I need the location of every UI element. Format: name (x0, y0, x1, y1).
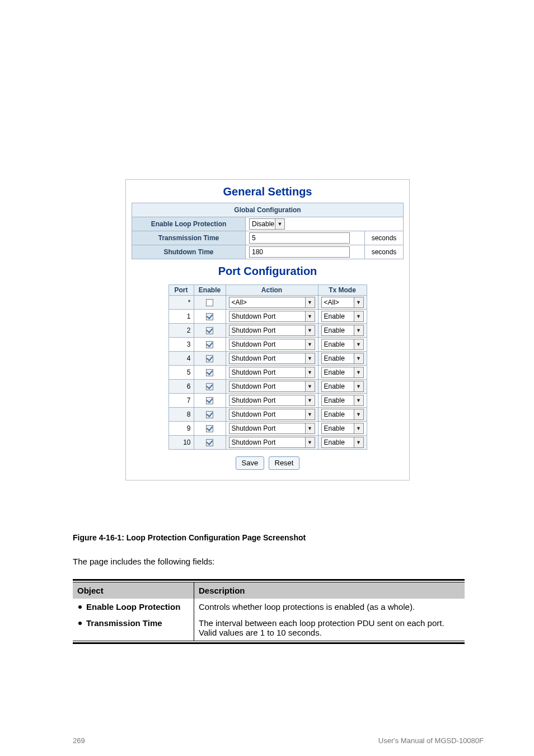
chevron-down-icon: ▼ (354, 325, 363, 335)
chevron-down-icon: ▼ (354, 367, 363, 377)
enable-checkbox[interactable] (206, 327, 213, 334)
port-cell: 8 (168, 408, 194, 422)
table-row: 7Shutdown Port▼Enable▼ (168, 394, 367, 408)
tx-time-unit: seconds (365, 231, 404, 245)
action-select[interactable]: Shutdown Port▼ (229, 353, 315, 364)
table-row: *<All>▼<All>▼ (168, 296, 367, 310)
table-row: 1Shutdown Port▼Enable▼ (168, 310, 367, 324)
chevron-down-icon: ▼ (354, 381, 363, 391)
chevron-down-icon: ▼ (275, 219, 284, 229)
object-description: The interval between each loop protectio… (194, 615, 465, 641)
txmode-select[interactable]: Enable▼ (321, 311, 364, 322)
page-number: 269 (73, 736, 85, 745)
enable-checkbox[interactable] (206, 355, 213, 362)
shutdown-time-label: Shutdown Time (132, 245, 246, 259)
table-row: 6Shutdown Port▼Enable▼ (168, 380, 367, 394)
port-config-title: Port Configuration (126, 265, 409, 278)
enable-checkbox[interactable] (206, 369, 213, 376)
reset-button[interactable]: Reset (269, 456, 300, 470)
enable-checkbox[interactable] (206, 299, 213, 306)
figure-caption: Figure 4-16-1: Loop Protection Configura… (73, 533, 306, 542)
chevron-down-icon: ▼ (354, 353, 363, 363)
bullet-icon (78, 622, 82, 625)
txmode-select[interactable]: <All>▼ (321, 297, 364, 308)
global-config-table: Global Configuration Enable Loop Protect… (132, 203, 404, 259)
port-config-table: Port Enable Action Tx Mode *<All>▼<All>▼… (168, 284, 367, 450)
enable-checkbox[interactable] (206, 425, 213, 432)
save-button[interactable]: Save (236, 456, 265, 470)
port-cell: 7 (168, 394, 194, 408)
txmode-select[interactable]: Enable▼ (321, 381, 364, 392)
desc-head-object: Object (73, 582, 194, 599)
chevron-down-icon: ▼ (305, 423, 315, 433)
action-select[interactable]: Shutdown Port▼ (229, 325, 315, 336)
port-cell: 3 (168, 338, 194, 352)
enable-loop-label: Enable Loop Protection (132, 217, 246, 231)
tx-time-label: Transmission Time (132, 231, 246, 245)
action-select[interactable]: Shutdown Port▼ (229, 395, 315, 406)
chevron-down-icon: ▼ (305, 367, 315, 377)
port-cell: 1 (168, 310, 194, 324)
chevron-down-icon: ▼ (305, 297, 315, 307)
intro-paragraph: The page includes the following fields: (73, 557, 215, 566)
object-name: Enable Loop Protection (86, 602, 180, 612)
button-row: Save Reset (126, 456, 409, 470)
chevron-down-icon: ▼ (305, 409, 315, 419)
txmode-select[interactable]: Enable▼ (321, 325, 364, 336)
enable-checkbox[interactable] (206, 341, 213, 348)
chevron-down-icon: ▼ (354, 395, 363, 405)
shutdown-time-input[interactable]: 180 (249, 246, 350, 258)
figure-number: Figure 4-16-1: (73, 533, 124, 542)
port-cell: 10 (168, 436, 194, 450)
enable-checkbox[interactable] (206, 439, 213, 446)
chevron-down-icon: ▼ (305, 339, 315, 349)
table-row: 5Shutdown Port▼Enable▼ (168, 366, 367, 380)
txmode-select[interactable]: Enable▼ (321, 367, 364, 378)
action-select[interactable]: Shutdown Port▼ (229, 423, 315, 434)
enable-checkbox[interactable] (206, 313, 213, 320)
table-row: 10Shutdown Port▼Enable▼ (168, 436, 367, 450)
tx-time-input[interactable]: 5 (249, 232, 350, 244)
txmode-select[interactable]: Enable▼ (321, 353, 364, 364)
txmode-select[interactable]: Enable▼ (321, 437, 364, 448)
txmode-select[interactable]: Enable▼ (321, 339, 364, 350)
action-select[interactable]: <All>▼ (229, 297, 315, 308)
port-cell: 4 (168, 352, 194, 366)
chevron-down-icon: ▼ (305, 311, 315, 321)
page-footer: 269 User's Manual of MGSD-10080F (0, 736, 534, 745)
txmode-select[interactable]: Enable▼ (321, 423, 364, 434)
txmode-select[interactable]: Enable▼ (321, 395, 364, 406)
figure-text: Loop Protection Configuration Page Scree… (127, 533, 306, 542)
port-cell: 5 (168, 366, 194, 380)
port-cell: * (168, 296, 194, 310)
chevron-down-icon: ▼ (305, 325, 315, 335)
chevron-down-icon: ▼ (354, 437, 363, 447)
enable-loop-select[interactable]: Disable ▼ (249, 218, 285, 230)
desc-head-description: Description (194, 582, 465, 599)
txmode-select[interactable]: Enable▼ (321, 409, 364, 420)
table-row: 8Shutdown Port▼Enable▼ (168, 408, 367, 422)
chevron-down-icon: ▼ (354, 297, 363, 307)
object-description: Controls whether loop protections is ena… (194, 599, 465, 615)
manual-title: User's Manual of MGSD-10080F (378, 736, 484, 745)
bullet-icon (78, 605, 82, 609)
table-row: 4Shutdown Port▼Enable▼ (168, 352, 367, 366)
action-select[interactable]: Shutdown Port▼ (229, 437, 315, 448)
action-select[interactable]: Shutdown Port▼ (229, 311, 315, 322)
col-port: Port (168, 285, 194, 296)
enable-checkbox[interactable] (206, 411, 213, 418)
action-select[interactable]: Shutdown Port▼ (229, 339, 315, 350)
object-description-table: Object Description Enable Loop Protectio… (73, 579, 465, 644)
enable-checkbox[interactable] (206, 383, 213, 390)
table-row: 3Shutdown Port▼Enable▼ (168, 338, 367, 352)
action-select[interactable]: Shutdown Port▼ (229, 381, 315, 392)
object-name: Transmission Time (86, 618, 162, 628)
enable-checkbox[interactable] (206, 397, 213, 404)
shutdown-time-unit: seconds (365, 245, 404, 259)
enable-loop-value: Disable (252, 220, 274, 228)
port-cell: 2 (168, 324, 194, 338)
action-select[interactable]: Shutdown Port▼ (229, 367, 315, 378)
port-cell: 9 (168, 422, 194, 436)
chevron-down-icon: ▼ (354, 311, 363, 321)
action-select[interactable]: Shutdown Port▼ (229, 409, 315, 420)
